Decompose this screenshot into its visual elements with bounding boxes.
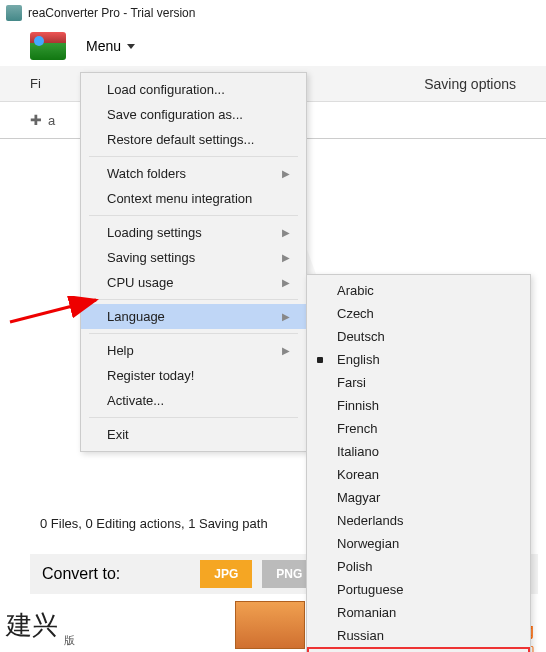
chevron-right-icon: ▶ (282, 311, 290, 322)
language-option[interactable]: Russian (307, 624, 530, 647)
language-option[interactable]: English (307, 348, 530, 371)
menu-cpu-usage[interactable]: CPU usage▶ (81, 270, 306, 295)
menu-loading-settings[interactable]: Loading settings▶ (81, 220, 306, 245)
convert-to-label: Convert to: (42, 565, 120, 583)
tab-files-partial[interactable]: Fi (30, 76, 41, 91)
tab-saving-options[interactable]: Saving options (424, 76, 516, 92)
menu-save-config[interactable]: Save configuration as... (81, 102, 306, 127)
annotation-arrow (8, 296, 108, 326)
add-label-partial[interactable]: a (48, 113, 55, 128)
menu-watch-folders[interactable]: Watch folders▶ (81, 161, 306, 186)
language-submenu: ArabicCzechDeutschEnglishFarsiFinnishFre… (306, 274, 531, 652)
menu-activate[interactable]: Activate... (81, 388, 306, 413)
menu-language[interactable]: Language▶ (81, 304, 306, 329)
menu-load-config[interactable]: Load configuration... (81, 77, 306, 102)
language-option[interactable]: Norwegian (307, 532, 530, 555)
app-logo (30, 32, 66, 60)
chevron-right-icon: ▶ (282, 252, 290, 263)
menu-separator (89, 417, 298, 418)
language-option[interactable]: Polish (307, 555, 530, 578)
language-option[interactable]: Portuguese (307, 578, 530, 601)
footer-cn-text: 建兴 (6, 608, 58, 643)
menu-context-menu[interactable]: Context menu integration (81, 186, 306, 211)
chevron-right-icon: ▶ (282, 168, 290, 179)
menu-help[interactable]: Help▶ (81, 338, 306, 363)
menu-separator (89, 156, 298, 157)
chevron-right-icon: ▶ (282, 345, 290, 356)
menu-button[interactable]: Menu (78, 34, 143, 58)
menu-restore[interactable]: Restore default settings... (81, 127, 306, 152)
chevron-right-icon: ▶ (282, 277, 290, 288)
chevron-right-icon: ▶ (282, 227, 290, 238)
main-menu-dropdown: Load configuration... Save configuration… (80, 72, 307, 452)
menu-label: Menu (86, 38, 121, 54)
menu-separator (89, 215, 298, 216)
menu-register[interactable]: Register today! (81, 363, 306, 388)
language-option[interactable]: Farsi (307, 371, 530, 394)
language-option[interactable]: Arabic (307, 279, 530, 302)
plus-icon[interactable]: ✚ (30, 112, 42, 128)
footer-cn-sub: 版 (64, 633, 75, 648)
language-option[interactable]: Korean (307, 463, 530, 486)
app-icon (6, 5, 22, 21)
language-option[interactable]: Italiano (307, 440, 530, 463)
language-option[interactable]: Deutsch (307, 325, 530, 348)
window-title: reaConverter Pro - Trial version (28, 6, 195, 20)
menu-saving-settings[interactable]: Saving settings▶ (81, 245, 306, 270)
menu-separator (89, 299, 298, 300)
language-option[interactable]: Finnish (307, 394, 530, 417)
language-option[interactable]: Czech (307, 302, 530, 325)
language-option[interactable]: Nederlands (307, 509, 530, 532)
svg-line-1 (10, 300, 96, 322)
caret-down-icon (127, 44, 135, 49)
language-option[interactable]: Simplified Chin (307, 647, 530, 652)
menu-exit[interactable]: Exit (81, 422, 306, 447)
language-option[interactable]: Magyar (307, 486, 530, 509)
menu-separator (89, 333, 298, 334)
language-option[interactable]: Romanian (307, 601, 530, 624)
format-jpg-button[interactable]: JPG (200, 560, 252, 588)
language-option[interactable]: French (307, 417, 530, 440)
footer-boxshot (235, 601, 305, 649)
status-text: 0 Files, 0 Editing actions, 1 Saving pat… (40, 516, 268, 531)
